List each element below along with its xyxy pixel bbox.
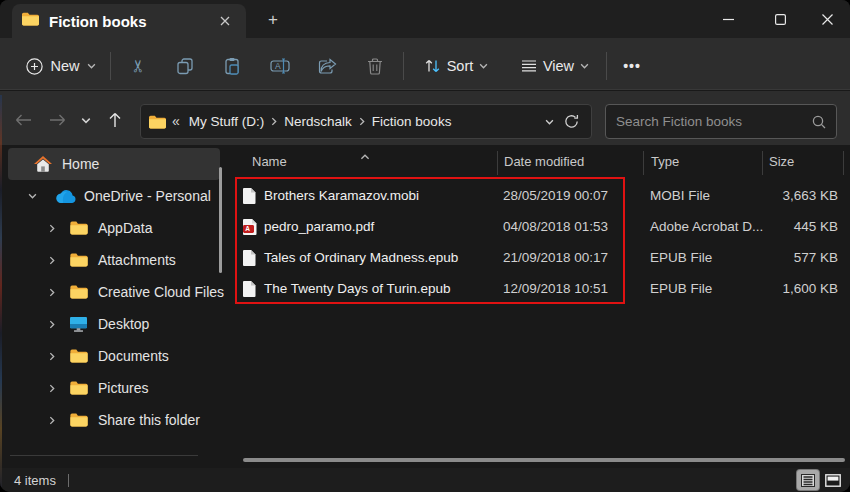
file-row[interactable]: A pedro_paramo.pdf 04/08/2018 01:53 Adob…	[0, 212, 850, 243]
chevron-right-icon[interactable]	[357, 117, 367, 126]
paste-icon	[223, 57, 241, 75]
details-view-button[interactable]	[797, 470, 819, 490]
up-button[interactable]	[100, 105, 130, 135]
chevron-right-icon[interactable]	[46, 416, 58, 425]
sidebar-item-label: Documents	[98, 348, 169, 364]
chevron-right-icon[interactable]	[46, 352, 58, 361]
folder-icon	[70, 381, 88, 395]
back-arrow-icon	[15, 114, 32, 126]
new-button-label: New	[50, 58, 79, 74]
chevron-down-icon	[580, 63, 589, 69]
tab-title: Fiction books	[49, 13, 214, 30]
titlebar: Fiction books +	[0, 0, 850, 38]
generic-file-icon	[243, 250, 256, 270]
file-date: 28/05/2019 00:07	[503, 188, 608, 203]
recent-locations-button[interactable]	[74, 105, 98, 135]
delete-button[interactable]	[355, 48, 395, 84]
file-row[interactable]: Tales of Ordinary Madness.epub 21/09/201…	[0, 243, 850, 274]
file-date: 12/09/2018 10:51	[503, 281, 608, 296]
tab-close-icon[interactable]	[214, 10, 236, 32]
sort-button-label: Sort	[447, 58, 474, 74]
back-button[interactable]	[8, 105, 38, 135]
thumbnail-view-icon	[825, 474, 841, 487]
horizontal-scrollbar[interactable]	[243, 458, 845, 462]
rename-button[interactable]: A	[260, 48, 300, 84]
chevron-right-icon[interactable]	[46, 384, 58, 393]
column-header-name[interactable]: Name	[248, 150, 291, 173]
chevron-down-icon	[479, 63, 488, 69]
sidebar-item-home[interactable]: Home	[8, 148, 220, 180]
minimize-button[interactable]	[705, 0, 751, 38]
address-dropdown-chevron-icon[interactable]	[535, 119, 564, 125]
column-header-size[interactable]: Size	[765, 150, 798, 173]
paste-button[interactable]	[212, 48, 252, 84]
share-icon	[318, 58, 337, 75]
column-divider[interactable]	[497, 151, 498, 175]
file-size: 3,663 KB	[748, 188, 838, 203]
forward-button[interactable]	[42, 105, 72, 135]
sidebar-item-label: Home	[62, 156, 99, 172]
maximize-icon	[775, 14, 786, 25]
file-size: 1,600 KB	[748, 281, 838, 296]
close-icon	[822, 14, 833, 25]
chevron-right-icon[interactable]	[46, 320, 58, 329]
refresh-icon[interactable]	[564, 114, 583, 129]
search-input[interactable]	[616, 114, 812, 129]
tab-fiction-books[interactable]: Fiction books	[12, 4, 246, 38]
column-header-type[interactable]: Type	[647, 150, 683, 173]
column-divider[interactable]	[843, 151, 844, 175]
trash-icon	[367, 58, 383, 75]
sort-button[interactable]: Sort	[412, 48, 500, 84]
folder-icon	[70, 413, 88, 427]
svg-text:A: A	[275, 61, 281, 71]
view-button-label: View	[543, 58, 574, 74]
folder-icon	[70, 349, 88, 363]
toolbar-divider	[403, 52, 404, 80]
sidebar-divider	[10, 455, 198, 456]
file-list: Brothers Karamazov.mobi 28/05/2019 00:07…	[0, 181, 850, 305]
details-view-icon	[801, 474, 815, 487]
see-more-button[interactable]: •••	[614, 48, 650, 84]
sidebar-item-pictures[interactable]: Pictures	[8, 372, 220, 404]
chevron-right-icon[interactable]	[269, 117, 279, 126]
view-button[interactable]: View	[512, 48, 598, 84]
status-separator	[68, 474, 69, 487]
view-toggle-group	[797, 470, 844, 490]
column-divider[interactable]	[643, 151, 644, 175]
address-bar[interactable]: « My Stuff (D:) Nerdschalk Fiction books	[140, 104, 592, 139]
file-row[interactable]: The Twenty Days of Turin.epub 12/09/2018…	[0, 274, 850, 305]
item-count: 4 items	[14, 473, 56, 488]
cut-button[interactable]: ✂	[118, 48, 158, 84]
forward-arrow-icon	[49, 114, 66, 126]
sidebar-item-desktop[interactable]: Desktop	[8, 308, 220, 340]
close-button[interactable]	[804, 0, 850, 38]
file-row[interactable]: Brothers Karamazov.mobi 28/05/2019 00:07…	[0, 181, 850, 212]
sidebar-item-documents[interactable]: Documents	[8, 340, 220, 372]
search-icon[interactable]	[812, 115, 826, 129]
new-tab-button[interactable]: +	[260, 7, 286, 33]
breadcrumb-fiction-books[interactable]: Fiction books	[367, 111, 457, 132]
file-size: 577 KB	[748, 250, 838, 265]
svg-text:A: A	[245, 225, 250, 232]
breadcrumb-nerdschalk[interactable]: Nerdschalk	[279, 111, 357, 132]
column-divider[interactable]	[762, 151, 763, 175]
sort-ascending-icon	[360, 146, 370, 164]
toolbar-divider	[606, 52, 607, 80]
column-header-date-modified[interactable]: Date modified	[500, 150, 588, 173]
sidebar-item-share-this-folder[interactable]: Share this folder	[8, 404, 220, 436]
file-explorer-window: Fiction books + New ✂ A	[0, 0, 850, 492]
sidebar-item-label: Share this folder	[98, 412, 200, 428]
new-button[interactable]: New	[14, 48, 108, 84]
file-size: 445 KB	[748, 219, 838, 234]
chevron-down-icon	[87, 63, 96, 69]
file-name: pedro_paramo.pdf	[264, 219, 374, 234]
copy-button[interactable]	[165, 48, 205, 84]
thumbnail-view-button[interactable]	[822, 470, 844, 490]
toolbar-divider	[110, 52, 111, 80]
breadcrumb-overflow-button[interactable]: «	[166, 113, 184, 131]
share-button[interactable]	[307, 48, 347, 84]
breadcrumb-my-stuff[interactable]: My Stuff (D:)	[184, 111, 270, 132]
maximize-button[interactable]	[757, 0, 803, 38]
plus-circle-icon	[26, 58, 43, 75]
search-box[interactable]	[605, 104, 837, 139]
